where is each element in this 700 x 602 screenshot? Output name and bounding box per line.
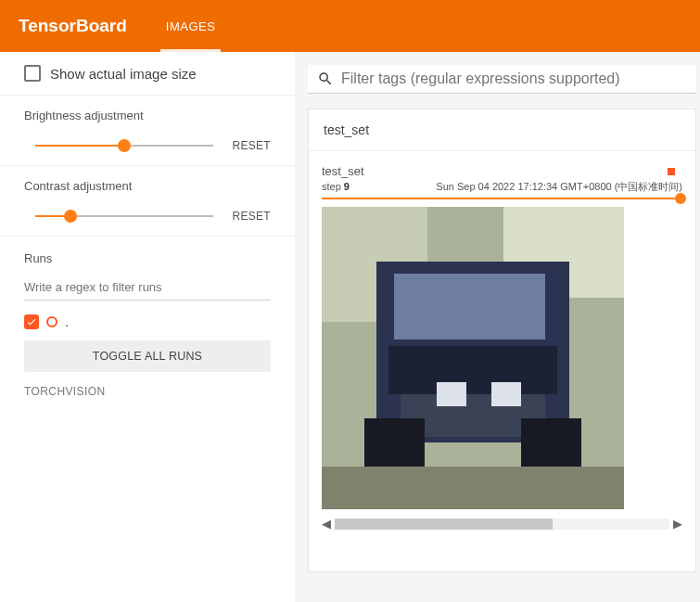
- sidebar: Show actual image size Brightness adjust…: [0, 52, 295, 602]
- run-checkbox[interactable]: [24, 314, 39, 329]
- brightness-label: Brightness adjustment: [24, 109, 271, 122]
- show-actual-label: Show actual image size: [50, 66, 197, 82]
- timestamp: Sun Sep 04 2022 17:12:34 GMT+0800 (中国标准时…: [436, 180, 682, 194]
- scroll-track[interactable]: [335, 519, 669, 530]
- runs-filter-input[interactable]: [24, 278, 271, 301]
- brightness-slider[interactable]: [35, 145, 213, 147]
- check-icon: [26, 316, 37, 327]
- arrow-right-icon[interactable]: ▶: [673, 517, 682, 531]
- image-preview[interactable]: [322, 207, 624, 509]
- tag-filter-input[interactable]: [341, 70, 687, 87]
- contrast-label: Contrast adjustment: [24, 179, 271, 193]
- show-actual-size-toggle[interactable]: Show actual image size: [24, 65, 271, 82]
- main-panel: test_set test_set step 9 Sun Sep 04 2022…: [295, 52, 700, 602]
- toggle-all-runs-button[interactable]: TOGGLE ALL RUNS: [24, 340, 271, 372]
- contrast-slider[interactable]: [35, 215, 213, 217]
- run-radio[interactable]: [46, 316, 57, 327]
- card-title: test_set: [309, 109, 695, 151]
- arrow-left-icon[interactable]: ◀: [322, 517, 331, 531]
- search-icon: [317, 70, 334, 87]
- image-scrollbar[interactable]: ◀ ▶: [322, 517, 682, 531]
- step-label: step 9: [322, 181, 350, 192]
- brightness-reset-button[interactable]: RESET: [230, 139, 271, 152]
- pin-icon[interactable]: [668, 168, 675, 175]
- step-slider[interactable]: [322, 198, 682, 199]
- contrast-reset-button[interactable]: RESET: [230, 210, 271, 223]
- card-tag: test_set: [322, 164, 682, 178]
- dataset-label: TORCHVISION: [24, 385, 271, 398]
- app-header: TensorBoard IMAGES: [0, 0, 700, 52]
- app-logo: TensorBoard: [19, 16, 127, 36]
- runs-heading: Runs: [24, 251, 271, 265]
- tab-images[interactable]: IMAGES: [160, 0, 222, 52]
- checkbox-icon[interactable]: [24, 65, 41, 82]
- tag-filter[interactable]: [308, 65, 696, 94]
- image-card: test_set test_set step 9 Sun Sep 04 2022…: [308, 109, 696, 572]
- run-name: .: [65, 314, 69, 329]
- tab-label: IMAGES: [166, 19, 216, 33]
